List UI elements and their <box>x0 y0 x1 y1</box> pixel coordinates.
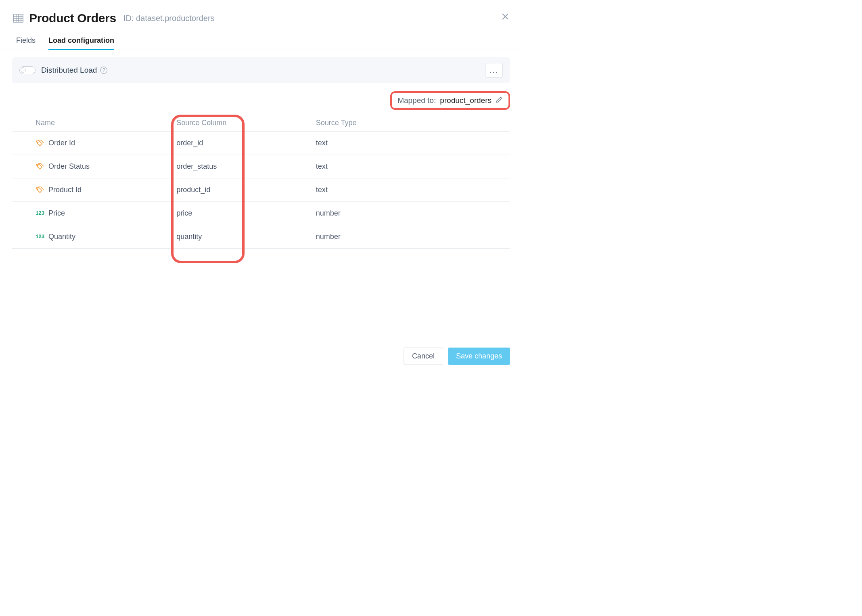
mapped-to-value: product_orders <box>440 96 492 105</box>
modal-header: Product Orders ID: dataset.productorders <box>0 0 522 29</box>
source-type-cell: number <box>316 202 510 225</box>
pencil-icon <box>496 96 503 103</box>
tag-icon <box>36 163 44 171</box>
source-type-cell: number <box>316 225 510 249</box>
table-row[interactable]: Order Idorder_idtext <box>12 132 510 155</box>
config-bar: Distributed Load ? ... <box>12 57 510 83</box>
tab-fields[interactable]: Fields <box>16 36 36 50</box>
distributed-load-toggle[interactable] <box>19 66 36 74</box>
col-header-source-type: Source Type <box>316 115 510 132</box>
more-button[interactable]: ... <box>485 63 503 78</box>
field-name: Order Id <box>48 139 75 147</box>
tabs: Fields Load configuration <box>0 29 522 50</box>
number-icon: 123 <box>36 210 44 216</box>
dataset-config-modal: Product Orders ID: dataset.productorders… <box>0 0 522 373</box>
number-icon: 123 <box>36 234 44 240</box>
col-header-source-column: Source Column <box>176 115 316 132</box>
modal-footer: Cancel Save changes <box>404 348 510 365</box>
table-icon <box>13 14 23 23</box>
source-column-cell: order_status <box>176 155 316 178</box>
page-title: Product Orders <box>29 11 116 25</box>
table-row[interactable]: 123Pricepricenumber <box>12 202 510 225</box>
source-column-cell: quantity <box>176 225 316 249</box>
source-column-cell: price <box>176 202 316 225</box>
table-row[interactable]: 123Quantityquantitynumber <box>12 225 510 249</box>
cancel-button[interactable]: Cancel <box>404 348 443 365</box>
field-name: Price <box>48 209 65 218</box>
tab-load-configuration[interactable]: Load configuration <box>48 36 114 50</box>
distributed-load-label: Distributed Load ? <box>41 66 107 75</box>
tag-icon <box>36 139 44 147</box>
edit-mapping-button[interactable] <box>496 96 503 105</box>
source-column-cell: order_id <box>176 132 316 155</box>
source-type-cell: text <box>316 178 510 202</box>
table-row[interactable]: Order Statusorder_statustext <box>12 155 510 178</box>
save-button[interactable]: Save changes <box>448 348 510 365</box>
help-icon[interactable]: ? <box>100 67 107 74</box>
source-type-cell: text <box>316 155 510 178</box>
field-name: Quantity <box>48 233 75 241</box>
table-row[interactable]: Product Idproduct_idtext <box>12 178 510 202</box>
source-column-cell: product_id <box>176 178 316 202</box>
mapped-to-highlight: Mapped to: product_orders <box>390 91 510 110</box>
svg-rect-0 <box>13 14 23 22</box>
close-icon <box>501 13 509 22</box>
col-header-name: Name <box>12 115 176 132</box>
fields-table: Name Source Column Source Type Order Ido… <box>12 115 510 249</box>
field-name: Order Status <box>48 162 90 171</box>
dataset-id: ID: dataset.productorders <box>123 14 215 23</box>
close-button[interactable] <box>500 11 511 23</box>
mapped-to-label: Mapped to: <box>398 96 436 105</box>
field-name: Product Id <box>48 186 82 194</box>
tag-icon <box>36 186 44 194</box>
fields-table-area: Name Source Column Source Type Order Ido… <box>0 110 522 249</box>
source-type-cell: text <box>316 132 510 155</box>
